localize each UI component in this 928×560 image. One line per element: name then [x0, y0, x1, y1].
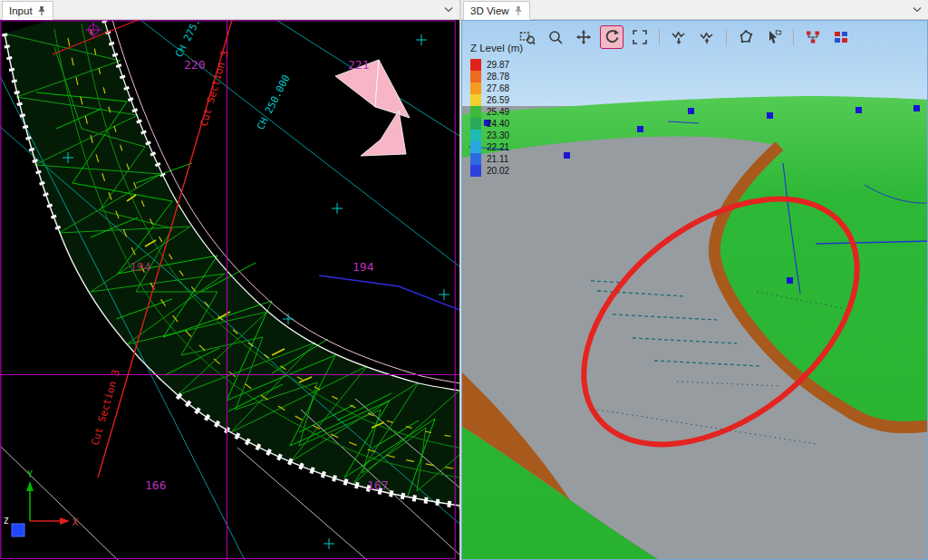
pin-icon	[514, 5, 523, 16]
legend-entry: 20.02	[470, 165, 523, 177]
legend-entry: 23.30	[470, 130, 523, 141]
polygon-select-icon	[738, 29, 754, 45]
legend-swatch	[470, 165, 481, 177]
point-number-194-left: 194	[130, 260, 151, 274]
pan-icon	[575, 29, 592, 45]
chevron-down-icon[interactable]	[444, 6, 453, 14]
link-sections-icon	[805, 29, 821, 45]
legend-entry: 21.11	[470, 153, 523, 165]
legend-entry: 27.68	[470, 82, 523, 94]
axis-label-x: X	[72, 517, 78, 527]
zoom-button[interactable]	[544, 25, 567, 49]
legend-swatch	[470, 71, 481, 82]
tab-input[interactable]: Input	[2, 1, 53, 20]
polygon-select-button[interactable]	[734, 25, 758, 49]
legend-value: 27.68	[487, 82, 509, 94]
legend-value: 26.59	[487, 94, 509, 106]
pan-button[interactable]	[572, 25, 595, 49]
tab-3d-view-label: 3D View	[470, 5, 509, 16]
legend-entry: 25.49	[470, 106, 523, 118]
legend-value: 20.02	[487, 165, 509, 177]
link-sections-button[interactable]	[801, 25, 825, 49]
legend-value: 22.21	[487, 141, 509, 153]
zoom-extents-button[interactable]	[628, 25, 652, 49]
legend-entry: 22.21	[470, 141, 523, 153]
zoom-icon	[547, 29, 564, 45]
cad-drawing: CH 275.0 CH 250.000 Cut Section 3 Cut Se…	[0, 20, 459, 560]
legend-value: 25.49	[487, 106, 509, 118]
drape-up-button[interactable]	[695, 25, 719, 49]
threed-scene	[461, 20, 928, 560]
cut-section-label-lower: Cut Section 3	[89, 368, 121, 446]
legend-swatch	[470, 82, 481, 94]
orbit-button[interactable]	[600, 25, 624, 49]
legend-value: 28.78	[487, 71, 509, 82]
threed-tabbar: 3D View	[461, 0, 928, 20]
zoom-window-button[interactable]	[516, 25, 539, 49]
point-number-221: 221	[348, 58, 369, 72]
threed-panel: 3D View	[459, 0, 928, 560]
legend-swatch	[470, 141, 481, 153]
point-number-220: 220	[184, 58, 205, 72]
point-number-166: 166	[145, 478, 166, 492]
pointer-select-icon	[766, 29, 782, 45]
legend-swatch	[470, 59, 481, 71]
input-tabbar: Input	[0, 0, 459, 20]
legend-entry: 29.87	[470, 59, 523, 71]
drape-down-icon	[671, 29, 687, 45]
legend-entry: 24.40	[470, 118, 523, 130]
chainage-label-275: CH 275.0	[173, 20, 206, 59]
legend-swatch	[470, 130, 481, 141]
application-window: Input	[0, 0, 928, 560]
z-axis-square	[12, 524, 24, 536]
legend-value: 24.40	[487, 118, 509, 130]
axis-label-z: Z	[4, 517, 9, 526]
chevron-down-icon[interactable]	[913, 6, 922, 14]
legend-swatch	[470, 118, 481, 130]
legend-value: 29.87	[487, 59, 509, 71]
legend-swatch	[470, 153, 481, 165]
z-level-legend: Z Level (m) 29.87 28.78 27.68 26.59	[470, 43, 523, 177]
cad-viewport[interactable]: CH 275.0 CH 250.000 Cut Section 3 Cut Se…	[0, 20, 459, 560]
point-number-194-right: 194	[353, 260, 374, 274]
color-blocks-button[interactable]	[829, 25, 853, 49]
drape-down-button[interactable]	[667, 25, 691, 49]
zoom-extents-icon	[632, 29, 648, 45]
orbit-icon	[604, 29, 620, 45]
legend-value: 23.30	[487, 130, 509, 141]
pointer-select-button[interactable]	[762, 25, 786, 49]
input-panel: Input	[0, 0, 459, 560]
zoom-window-icon	[519, 29, 536, 45]
toolbar-separator	[659, 29, 660, 45]
toolbar-separator	[726, 29, 727, 45]
legend-swatch	[470, 94, 481, 106]
toolbar-separator	[793, 29, 794, 45]
color-blocks-icon	[833, 29, 849, 45]
legend-swatch	[470, 106, 481, 118]
tab-input-label: Input	[9, 5, 33, 16]
tab-3d-view[interactable]: 3D View	[463, 1, 530, 20]
ucs-axis-indicator: Y X Z	[4, 469, 78, 536]
threed-viewport[interactable]: Z Level (m) 29.87 28.78 27.68 26.59	[461, 20, 928, 560]
drape-up-icon	[699, 29, 715, 45]
legend-entry: 28.78	[470, 71, 523, 82]
threed-toolbar	[516, 25, 853, 49]
point-number-167: 167	[367, 478, 388, 492]
axis-label-y: Y	[27, 469, 33, 479]
flow-arrows	[335, 60, 410, 156]
pin-icon	[37, 5, 46, 16]
legend-value: 21.11	[487, 153, 508, 165]
blue-breakline	[319, 275, 459, 310]
legend-entry: 26.59	[470, 94, 523, 106]
